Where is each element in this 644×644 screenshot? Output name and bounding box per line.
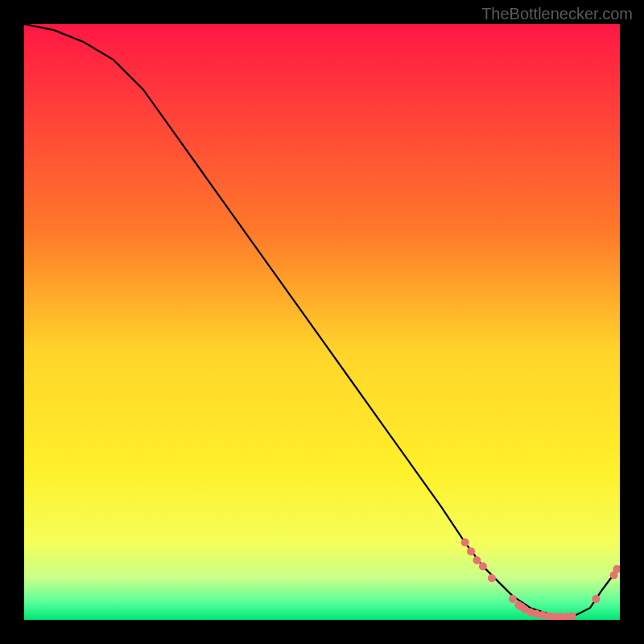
- marker-point: [592, 595, 600, 603]
- chart-svg: [24, 24, 620, 620]
- marker-point: [461, 539, 469, 547]
- marker-point: [509, 595, 517, 603]
- gradient-background: [24, 24, 620, 620]
- chart-plot-area: [24, 24, 620, 620]
- marker-point: [479, 562, 487, 570]
- watermark-text: TheBottlenecker.com: [481, 5, 633, 23]
- marker-point: [473, 556, 481, 564]
- marker-point: [467, 547, 475, 555]
- marker-point: [488, 574, 496, 582]
